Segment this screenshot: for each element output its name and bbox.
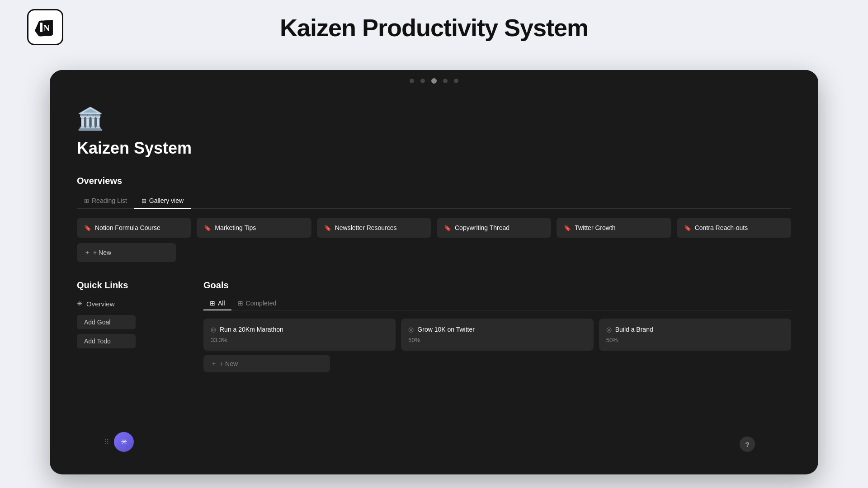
goal-progress-1: 50% bbox=[408, 337, 586, 343]
overviews-section: Overviews ⊞ Reading List ⊞ Gallery view … bbox=[77, 176, 791, 262]
gallery-card-3[interactable]: 🔖 Copywriting Thread bbox=[437, 218, 551, 238]
goals-new-button[interactable]: ＋ + New bbox=[203, 355, 330, 372]
goal-card-2-header: ◎ Build a Brand bbox=[606, 326, 784, 333]
goal-name-0: Run a 20Km Marathon bbox=[220, 326, 283, 333]
goal-name-2: Build a Brand bbox=[615, 326, 653, 333]
goals-tab-completed-label: Completed bbox=[246, 300, 277, 307]
gallery-card-1[interactable]: 🔖 Marketing Tips bbox=[197, 218, 311, 238]
goals-tab-all-label: All bbox=[218, 300, 225, 307]
help-label: ? bbox=[745, 441, 749, 448]
bookmark-icon-0: 🔖 bbox=[84, 225, 91, 231]
overviews-section-title: Overviews bbox=[77, 176, 791, 186]
drag-handle-icon[interactable]: ⠿ bbox=[104, 438, 109, 446]
gallery-card-label-0: Notion Formula Course bbox=[95, 224, 160, 231]
camera-dot-2 bbox=[420, 79, 425, 83]
tab-reading-list[interactable]: ⊞ Reading List bbox=[77, 193, 134, 209]
goals-title: Goals bbox=[203, 280, 791, 291]
help-button[interactable]: ? bbox=[740, 436, 755, 452]
goals-tabs: ⊞ All ⊞ Completed bbox=[203, 297, 791, 310]
quick-link-overview[interactable]: ✳ Overview bbox=[77, 300, 185, 308]
add-goal-button[interactable]: Add Goal bbox=[77, 315, 136, 329]
workspace-icon: 🏛️ bbox=[77, 106, 791, 131]
add-todo-label: Add Todo bbox=[84, 338, 111, 345]
gallery-icon: ⊞ bbox=[142, 197, 146, 204]
avatar-icon: ✳ bbox=[121, 437, 127, 447]
gallery-card-5[interactable]: 🔖 Contra Reach-outs bbox=[677, 218, 791, 238]
add-todo-button[interactable]: Add Todo bbox=[77, 334, 136, 348]
camera-bar bbox=[50, 70, 818, 88]
goal-icon-0: ◎ bbox=[211, 326, 216, 333]
plus-icon: ＋ bbox=[84, 249, 90, 257]
goals-tab-completed[interactable]: ⊞ Completed bbox=[231, 297, 283, 310]
gallery-card-label-4: Twitter Growth bbox=[575, 224, 615, 231]
bookmark-icon-3: 🔖 bbox=[444, 225, 451, 231]
goal-progress-0: 33.3% bbox=[211, 337, 388, 343]
notion-logo: N bbox=[27, 9, 63, 45]
camera-dot-active bbox=[431, 78, 437, 84]
goals-plus-icon: ＋ bbox=[211, 360, 217, 368]
goal-name-1: Grow 10K on Twitter bbox=[417, 326, 475, 333]
overviews-new-label: + New bbox=[93, 249, 111, 256]
top-bar: N Kaizen Productivity System bbox=[0, 0, 868, 51]
device-frame: 🏛️ Kaizen System Overviews ⊞ Reading Lis… bbox=[50, 70, 818, 474]
goals-grid: ◎ Run a 20Km Marathon 33.3% ◎ Grow 10K o… bbox=[203, 319, 791, 351]
goal-card-2[interactable]: ◎ Build a Brand 50% bbox=[599, 319, 791, 351]
goal-icon-2: ◎ bbox=[606, 326, 612, 333]
quick-links-column: Quick Links ✳ Overview Add Goal Add Todo bbox=[77, 280, 185, 372]
overviews-new-button[interactable]: ＋ + New bbox=[77, 243, 176, 262]
content-area: 🏛️ Kaizen System Overviews ⊞ Reading Lis… bbox=[50, 88, 818, 474]
goals-grid-icon-completed: ⊞ bbox=[238, 300, 243, 307]
goal-progress-2: 50% bbox=[606, 337, 784, 343]
goal-card-0[interactable]: ◎ Run a 20Km Marathon 33.3% bbox=[203, 319, 396, 351]
goals-tab-all[interactable]: ⊞ All bbox=[203, 297, 231, 310]
tab-reading-list-label: Reading List bbox=[92, 197, 127, 204]
bottom-avatar-area: ⠿ ✳ bbox=[104, 432, 134, 452]
quick-link-overview-label: Overview bbox=[86, 300, 115, 308]
workspace-title: Kaizen System bbox=[77, 139, 791, 158]
goals-column: Goals ⊞ All ⊞ Completed bbox=[203, 280, 791, 372]
gallery-card-label-1: Marketing Tips bbox=[215, 224, 256, 231]
goal-icon-1: ◎ bbox=[408, 326, 414, 333]
page-title: Kaizen Productivity System bbox=[280, 14, 588, 42]
goals-grid-icon-all: ⊞ bbox=[210, 300, 215, 307]
overviews-tabs: ⊞ Reading List ⊞ Gallery view bbox=[77, 193, 791, 209]
table-icon: ⊞ bbox=[84, 197, 89, 204]
gallery-card-4[interactable]: 🔖 Twitter Growth bbox=[557, 218, 671, 238]
gallery-card-label-3: Copywriting Thread bbox=[455, 224, 509, 231]
gear-icon: ✳ bbox=[77, 300, 83, 308]
camera-dot-1 bbox=[410, 79, 414, 83]
add-goal-label: Add Goal bbox=[84, 319, 110, 326]
camera-dot-4 bbox=[454, 79, 458, 83]
gallery-card-label-5: Contra Reach-outs bbox=[695, 224, 748, 231]
avatar[interactable]: ✳ bbox=[114, 432, 134, 452]
goal-card-1-header: ◎ Grow 10K on Twitter bbox=[408, 326, 586, 333]
bookmark-icon-1: 🔖 bbox=[204, 225, 211, 231]
goal-card-0-header: ◎ Run a 20Km Marathon bbox=[211, 326, 388, 333]
gallery-card-2[interactable]: 🔖 Newsletter Resources bbox=[317, 218, 431, 238]
tab-gallery-view-label: Gallery view bbox=[149, 197, 184, 204]
bookmark-icon-4: 🔖 bbox=[564, 225, 571, 231]
bookmark-icon-2: 🔖 bbox=[324, 225, 331, 231]
tab-gallery-view[interactable]: ⊞ Gallery view bbox=[134, 193, 191, 209]
gallery-cards-row: 🔖 Notion Formula Course 🔖 Marketing Tips… bbox=[77, 218, 791, 238]
two-col-layout: Quick Links ✳ Overview Add Goal Add Todo… bbox=[77, 280, 791, 372]
goal-card-1[interactable]: ◎ Grow 10K on Twitter 50% bbox=[401, 319, 593, 351]
svg-text:N: N bbox=[43, 23, 50, 33]
goals-new-label: + New bbox=[220, 360, 238, 367]
bookmark-icon-5: 🔖 bbox=[684, 225, 691, 231]
quick-links-title: Quick Links bbox=[77, 280, 185, 291]
camera-dot-3 bbox=[443, 79, 448, 83]
gallery-card-0[interactable]: 🔖 Notion Formula Course bbox=[77, 218, 191, 238]
gallery-card-label-2: Newsletter Resources bbox=[335, 224, 397, 231]
